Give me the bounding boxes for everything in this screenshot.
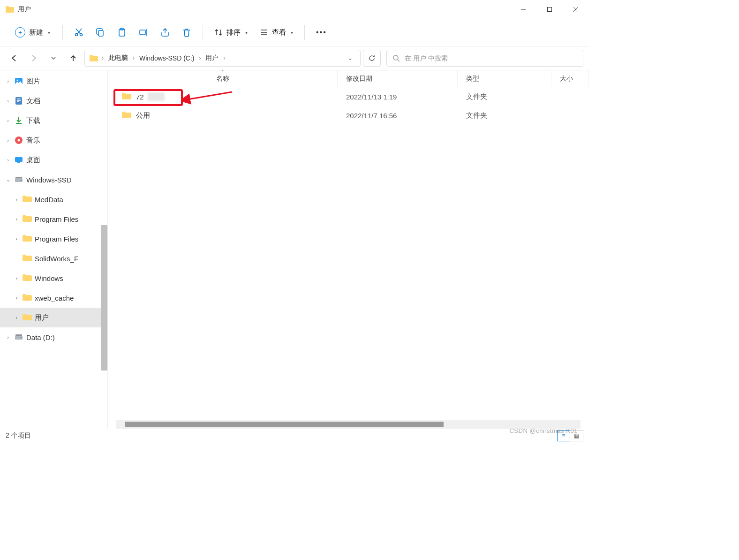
refresh-button[interactable] [363,50,381,67]
column-type[interactable]: 类型 [458,70,551,87]
maximize-button[interactable] [536,0,563,19]
svg-rect-6 [140,30,145,35]
tree-item-solidworks-f[interactable]: SolidWorks_F [0,249,107,268]
up-button[interactable] [65,50,82,67]
back-button[interactable] [6,50,23,67]
svg-point-19 [21,337,22,338]
search-box[interactable] [386,50,583,67]
folder-icon [6,6,14,13]
svg-point-7 [393,55,398,60]
drive-icon [14,175,23,184]
drive-icon [14,333,23,342]
cut-button[interactable] [69,24,88,41]
tree-item-data-d-[interactable]: ›Data (D:) [0,327,107,347]
window-title: 用户 [18,5,510,14]
breadcrumb-item[interactable]: 此电脑 [106,52,131,64]
tree-item-xweb-cache[interactable]: ›xweb_cache [0,288,107,308]
tree-label: Windows-SSD [26,176,72,184]
tree-item--[interactable]: ›文档 [0,91,107,111]
folder-icon [23,195,32,204]
svg-rect-13 [15,157,23,162]
chevron-down-icon: ▾ [245,30,248,35]
column-name[interactable]: ⌃ 名称 [108,70,338,87]
search-input[interactable] [405,54,577,62]
chevron-icon: › [13,216,20,222]
folder-icon [23,273,32,283]
tree-label: Windows [35,274,63,282]
file-row[interactable]: 722022/11/13 1:19文件夹 [108,87,589,106]
file-name: 72 [136,93,144,101]
tree-item-program-files[interactable]: ›Program Files [0,229,107,249]
address-dropdown[interactable]: ⌄ [343,53,357,63]
watermark: CSDN @christmas K01 [509,427,578,434]
address-bar[interactable]: › 此电脑 › Windows-SSD (C:) › 用户 › ⌄ [84,50,361,67]
tree-item-windows[interactable]: ›Windows [0,268,107,288]
tree-item--[interactable]: ›用户 [0,308,107,327]
tree-label: MedData [35,196,63,204]
tree-label: 音乐 [26,136,40,145]
forward-button[interactable] [25,50,42,67]
file-rows: 722022/11/13 1:19文件夹公用2022/11/7 16:56文件夹 [108,87,589,125]
svg-rect-3 [98,30,103,36]
tree-item--[interactable]: ›音乐 [0,130,107,150]
column-size[interactable]: 大小 [551,70,589,87]
breadcrumb-separator: › [222,55,226,61]
rename-button[interactable] [134,24,153,41]
tree-label: Program Files [35,235,78,243]
breadcrumb-item[interactable]: 用户 [203,52,221,64]
tree-item--[interactable]: ›下载 [0,111,107,130]
sort-button[interactable]: 排序 ▾ [210,25,252,40]
column-name-label: 名称 [216,75,229,83]
view-icon [260,28,268,37]
scrollbar-thumb[interactable] [125,422,444,427]
file-row[interactable]: 公用2022/11/7 16:56文件夹 [108,106,589,125]
recent-button[interactable] [45,50,62,67]
new-button[interactable]: + 新建 ▾ [9,24,56,40]
folder-icon [23,214,32,224]
file-type: 文件夹 [458,111,551,120]
copy-button[interactable] [91,24,110,41]
chevron-icon: › [13,275,20,281]
svg-point-2 [80,34,83,36]
svg-point-1 [75,34,78,36]
sidebar: ›图片›文档›下载›音乐›桌面⌄Windows-SSD›MedData›Prog… [0,70,108,429]
empty-space [108,125,589,420]
sort-icon [214,28,223,37]
breadcrumb-separator: › [198,55,202,61]
chevron-icon: › [5,98,11,104]
column-date[interactable]: 修改日期 [338,70,458,87]
chevron-down-icon: ▾ [48,30,50,35]
navbar: › 此电脑 › Windows-SSD (C:) › 用户 › ⌄ [0,46,589,70]
delete-button[interactable] [177,24,196,41]
close-button[interactable] [563,0,589,19]
more-button[interactable]: ••• [311,24,332,40]
breadcrumb-item[interactable]: Windows-SSD (C:) [136,53,197,64]
chevron-icon: › [5,334,11,340]
sort-label: 排序 [226,28,241,37]
tree-item-program-files[interactable]: ›Program Files [0,209,107,229]
search-icon [392,54,400,62]
documents-icon [14,96,23,106]
tree-item--[interactable]: ›图片 [0,71,107,91]
item-count: 2 个项目 [6,431,31,440]
minimize-button[interactable] [510,0,536,19]
paste-button[interactable] [113,24,131,41]
svg-rect-10 [15,97,22,105]
chevron-icon: ⌄ [5,177,11,183]
chevron-icon: › [13,197,20,202]
view-button[interactable]: 查看 ▾ [255,25,298,40]
tree-label: xweb_cache [35,294,74,302]
tree-item-meddata[interactable]: ›MedData [0,189,107,209]
toolbar: + 新建 ▾ 排序 ▾ 查看 ▾ ••• [0,19,589,46]
folder-icon [23,254,32,263]
tree-item--[interactable]: ›桌面 [0,150,107,170]
breadcrumb-separator: › [101,55,105,61]
chevron-icon: › [13,295,20,301]
file-type: 文件夹 [458,92,551,101]
scrollbar[interactable] [101,225,107,371]
music-icon [14,136,23,145]
share-button[interactable] [156,24,174,41]
separator [203,25,203,40]
tree-item-windows-ssd[interactable]: ⌄Windows-SSD [0,170,107,189]
tree-label: 图片 [26,77,40,86]
